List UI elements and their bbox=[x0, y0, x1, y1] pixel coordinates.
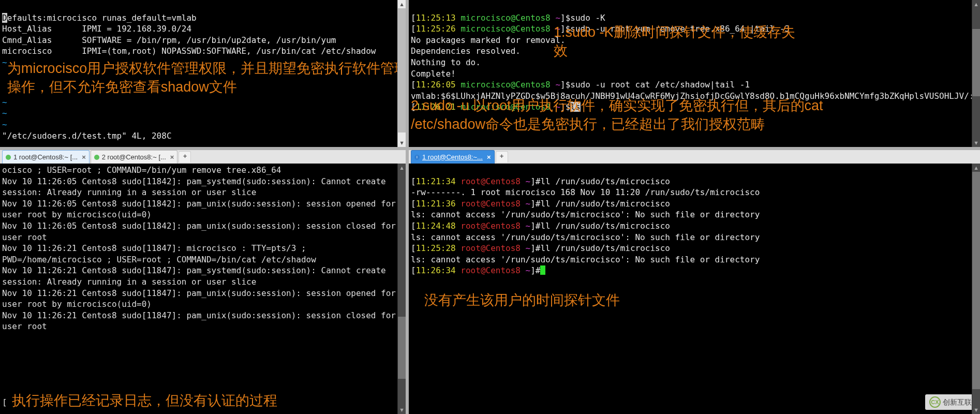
panel-sudo-exec: [11:25:13 microcisco@Centos8 ~]$sudo -K … bbox=[409, 0, 980, 150]
add-tab-button[interactable]: + bbox=[179, 151, 191, 162]
scrollbar[interactable]: ▴ ▾ bbox=[972, 0, 980, 147]
annotation-sudo-u: 2.sudo -u 以root用户执行软件，确实实现了免密执行但，其后的cat … bbox=[411, 96, 835, 134]
vim-status-line: "/etc/sudoers.d/test.tmp" 4L, 208C bbox=[2, 131, 172, 141]
cursor-icon bbox=[540, 265, 545, 275]
panel-ts: i1 root@Centos8:~...× + [11:21:34 root@C… bbox=[409, 150, 980, 414]
status-dot-icon bbox=[94, 155, 99, 160]
scrollbar[interactable]: ▴ ▾ bbox=[397, 0, 406, 147]
scrollbar[interactable]: ▴ ▾ bbox=[397, 164, 406, 414]
annotation-log: 执行操作已经记录日志，但没有认证的过程 bbox=[12, 393, 277, 408]
close-icon[interactable]: × bbox=[170, 153, 174, 162]
terminal-output: Defaults:microcisco runas_default=vmlab … bbox=[0, 0, 406, 142]
panel-sudoers-config: Defaults:microcisco runas_default=vmlab … bbox=[0, 0, 409, 150]
watermark-logo-icon: CX bbox=[929, 396, 941, 408]
tab-item[interactable]: 2 root@Centos8:~ [...× bbox=[91, 150, 178, 164]
add-tab-button[interactable]: + bbox=[496, 151, 508, 162]
annotation-sudoers: 为microcisco用户授权软件管理权限，并且期望免密执行软件管理操作，但不允… bbox=[7, 59, 409, 97]
info-icon: i bbox=[414, 155, 420, 160]
annotation-ts: 没有产生该用户的时间探针文件 bbox=[424, 291, 980, 309]
close-icon[interactable]: × bbox=[487, 153, 491, 162]
panel-logs: 1 root@Centos8:~ [...× 2 root@Centos8:~ … bbox=[0, 150, 409, 414]
scrollbar[interactable]: ▴ ▾ bbox=[972, 164, 980, 414]
close-icon[interactable]: × bbox=[82, 153, 86, 162]
log-output: ocisco ; USER=root ; COMMAND=/bin/yum re… bbox=[0, 164, 406, 333]
status-dot-icon bbox=[6, 155, 11, 160]
watermark: CX 创新互联 bbox=[925, 394, 976, 410]
tab-bar: 1 root@Centos8:~ [...× 2 root@Centos8:~ … bbox=[0, 150, 406, 164]
tab-item[interactable]: i1 root@Centos8:~...× bbox=[411, 150, 495, 164]
annotation-sudo-k: 1.sudo -K删除时间探针文件，使缓存失效 bbox=[554, 23, 802, 61]
tab-item[interactable]: 1 root@Centos8:~ [...× bbox=[2, 150, 90, 164]
